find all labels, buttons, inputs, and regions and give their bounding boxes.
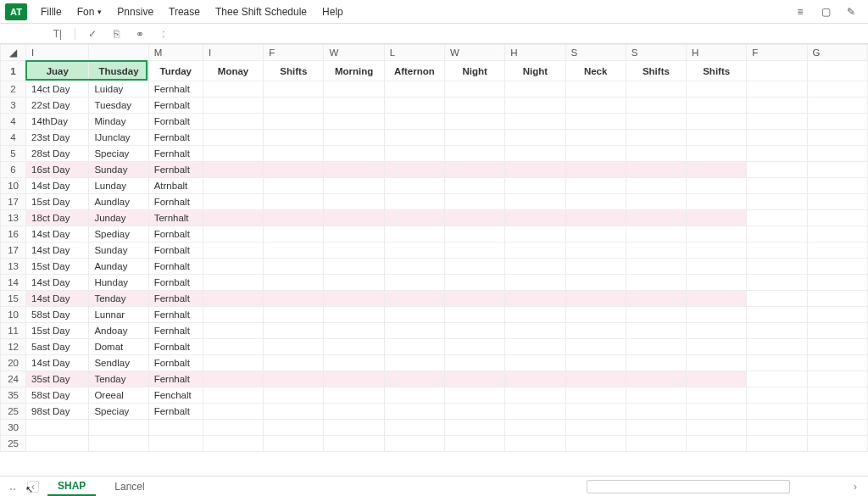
- cell[interactable]: [203, 242, 263, 259]
- cell[interactable]: [264, 404, 324, 420]
- cell[interactable]: [747, 130, 807, 146]
- cell[interactable]: [505, 242, 565, 259]
- cell[interactable]: [747, 259, 807, 275]
- cell[interactable]: [807, 323, 867, 339]
- window-icon[interactable]: ▢: [819, 5, 832, 19]
- cell[interactable]: [807, 355, 867, 371]
- column-title[interactable]: Thusday: [89, 61, 148, 81]
- cell[interactable]: [626, 259, 686, 275]
- cell[interactable]: [626, 275, 686, 291]
- cell[interactable]: [444, 81, 504, 98]
- cell[interactable]: [747, 114, 807, 130]
- cell[interactable]: [807, 371, 867, 387]
- row-header[interactable]: 17: [1, 242, 26, 259]
- col-header[interactable]: H: [505, 45, 565, 61]
- cell[interactable]: [384, 98, 444, 114]
- cell[interactable]: [203, 146, 263, 162]
- cell[interactable]: [264, 146, 324, 162]
- cell[interactable]: [148, 436, 203, 452]
- cell[interactable]: Tenday: [89, 371, 148, 387]
- scroll-right-icon[interactable]: ›: [849, 481, 861, 493]
- cell[interactable]: [807, 226, 867, 242]
- cell[interactable]: [807, 162, 867, 178]
- cell[interactable]: [505, 194, 565, 210]
- column-title[interactable]: Juay: [26, 61, 89, 81]
- cell[interactable]: [626, 291, 686, 307]
- row-header[interactable]: 10: [1, 178, 26, 194]
- cell[interactable]: [324, 98, 384, 114]
- menu-trease[interactable]: Trease: [167, 3, 202, 21]
- cell[interactable]: [505, 178, 565, 194]
- cell[interactable]: Fernbalt: [148, 98, 203, 114]
- cell[interactable]: [324, 226, 384, 242]
- cell[interactable]: [384, 307, 444, 323]
- cell[interactable]: [203, 291, 263, 307]
- menu-fon[interactable]: Fon▾: [75, 3, 104, 21]
- cell[interactable]: [565, 355, 626, 371]
- cell[interactable]: [565, 226, 626, 242]
- col-header[interactable]: W: [444, 45, 504, 61]
- cell[interactable]: Fernhalt: [148, 146, 203, 162]
- cell[interactable]: 15st Day: [26, 194, 89, 210]
- cell[interactable]: [505, 162, 565, 178]
- cell[interactable]: [747, 98, 807, 114]
- column-title[interactable]: Afternon: [384, 61, 444, 81]
- cell[interactable]: [687, 178, 747, 194]
- formula-input[interactable]: [181, 27, 860, 41]
- cell[interactable]: [687, 194, 747, 210]
- row-header[interactable]: 13: [1, 259, 26, 275]
- cell[interactable]: [203, 178, 263, 194]
- cell[interactable]: Tuesday: [89, 98, 148, 114]
- cell[interactable]: [505, 210, 565, 226]
- row-header[interactable]: 24: [1, 371, 26, 387]
- cell[interactable]: Spediay: [89, 226, 148, 242]
- cell[interactable]: [203, 404, 263, 420]
- column-title[interactable]: Shifts: [264, 61, 324, 81]
- status-input[interactable]: [587, 480, 790, 493]
- cell[interactable]: [444, 146, 504, 162]
- cell[interactable]: [384, 130, 444, 146]
- cell[interactable]: [687, 420, 747, 436]
- cell[interactable]: [444, 162, 504, 178]
- cell[interactable]: Fornbalt: [148, 339, 203, 355]
- cell[interactable]: [264, 98, 324, 114]
- cell[interactable]: [384, 275, 444, 291]
- cell[interactable]: [505, 323, 565, 339]
- col-header[interactable]: I: [203, 45, 263, 61]
- cell[interactable]: 14st Day: [26, 275, 89, 291]
- cell[interactable]: [324, 259, 384, 275]
- cell[interactable]: Fernbalt: [148, 130, 203, 146]
- cell[interactable]: [324, 387, 384, 404]
- cell[interactable]: 35st Day: [26, 371, 89, 387]
- cell[interactable]: [505, 355, 565, 371]
- cell[interactable]: [565, 146, 626, 162]
- cell[interactable]: [264, 275, 324, 291]
- cell[interactable]: [324, 307, 384, 323]
- cell[interactable]: [505, 98, 565, 114]
- cell[interactable]: [687, 130, 747, 146]
- row-header[interactable]: 17: [1, 194, 26, 210]
- cell[interactable]: [203, 307, 263, 323]
- cell[interactable]: Fornbalt: [148, 226, 203, 242]
- cell[interactable]: [747, 307, 807, 323]
- col-header[interactable]: G: [807, 45, 867, 61]
- cell[interactable]: [807, 130, 867, 146]
- col-header[interactable]: M: [148, 45, 203, 61]
- cell[interactable]: [384, 162, 444, 178]
- cell[interactable]: [384, 178, 444, 194]
- cell[interactable]: Oreeal: [89, 387, 148, 404]
- cell[interactable]: [384, 146, 444, 162]
- cell[interactable]: [444, 130, 504, 146]
- cell[interactable]: 14st Day: [26, 355, 89, 371]
- cell[interactable]: [264, 81, 324, 98]
- cell[interactable]: [747, 242, 807, 259]
- cell[interactable]: [807, 98, 867, 114]
- cell[interactable]: Lunnar: [89, 307, 148, 323]
- cell[interactable]: 14thDay: [26, 114, 89, 130]
- cell[interactable]: Aundlay: [89, 194, 148, 210]
- cell[interactable]: [203, 355, 263, 371]
- cell[interactable]: [687, 371, 747, 387]
- cell[interactable]: [324, 81, 384, 98]
- row-header[interactable]: 2: [1, 81, 26, 98]
- cell[interactable]: [807, 404, 867, 420]
